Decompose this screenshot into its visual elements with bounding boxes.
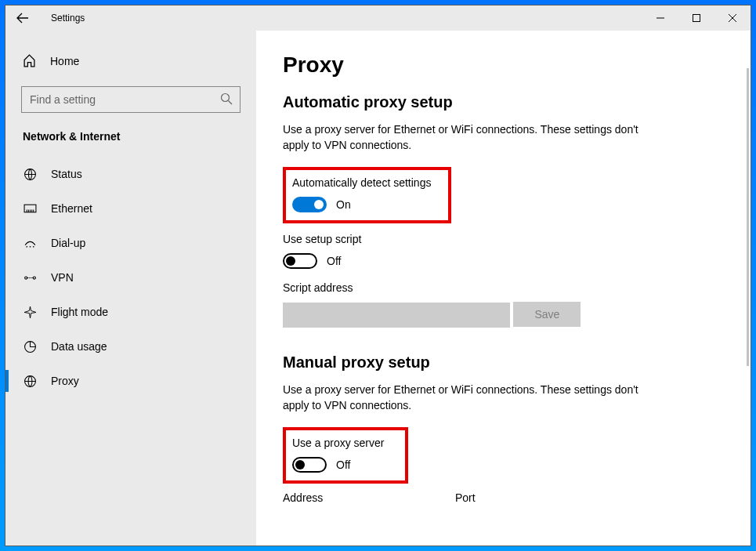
save-button[interactable]: Save — [513, 302, 581, 327]
scrollbar[interactable] — [747, 68, 749, 366]
minimize-icon — [657, 14, 664, 22]
data-usage-icon — [23, 339, 37, 353]
use-proxy-toggle[interactable] — [292, 457, 327, 473]
sidebar-item-proxy[interactable]: Proxy — [5, 364, 256, 398]
sidebar-item-data-usage[interactable]: Data usage — [5, 329, 256, 364]
sidebar-item-dialup[interactable]: Dial-up — [5, 226, 256, 260]
highlight-use-proxy: Use a proxy server Off — [283, 427, 408, 484]
sidebar-item-label: Data usage — [51, 340, 107, 353]
home-icon — [23, 54, 36, 67]
search-icon — [220, 92, 233, 105]
sidebar: Home Network & Internet Status Ethernet … — [5, 31, 256, 546]
svg-point-1 — [222, 94, 230, 102]
svg-point-5 — [29, 245, 31, 247]
sidebar-home[interactable]: Home — [5, 46, 256, 75]
maximize-button[interactable] — [678, 5, 714, 31]
sidebar-item-vpn[interactable]: VPN — [5, 260, 256, 295]
dialup-icon — [23, 236, 37, 250]
sidebar-home-label: Home — [50, 55, 79, 67]
use-proxy-state: Off — [336, 459, 350, 471]
sidebar-item-label: Proxy — [51, 375, 79, 387]
airplane-icon — [23, 305, 37, 319]
svg-rect-0 — [693, 15, 700, 22]
main-content: Proxy Automatic proxy setup Use a proxy … — [256, 31, 751, 546]
manual-section-heading: Manual proxy setup — [283, 353, 719, 372]
ethernet-icon — [23, 201, 37, 216]
manual-section-desc: Use a proxy server for Ethernet or WiFi … — [283, 382, 643, 413]
sidebar-item-flight-mode[interactable]: Flight mode — [5, 295, 256, 329]
auto-detect-label: Automatically detect settings — [292, 176, 440, 189]
minimize-button[interactable] — [642, 5, 678, 31]
desktop-background: Settings Home Network & Internet Status — [0, 0, 756, 551]
script-address-label: Script address — [283, 281, 719, 294]
use-proxy-label: Use a proxy server — [292, 437, 397, 449]
page-title: Proxy — [283, 53, 719, 78]
sidebar-item-label: Flight mode — [51, 306, 108, 318]
vpn-icon — [23, 270, 37, 285]
svg-point-8 — [33, 276, 35, 278]
close-button[interactable] — [714, 5, 751, 31]
app-title: Settings — [51, 13, 85, 24]
sidebar-item-label: Status — [51, 168, 82, 180]
auto-detect-state: On — [336, 198, 351, 211]
sidebar-item-label: VPN — [51, 271, 74, 284]
port-label: Port — [455, 491, 476, 504]
svg-point-4 — [26, 245, 27, 247]
setup-script-label: Use setup script — [283, 233, 719, 245]
sidebar-item-label: Ethernet — [51, 202, 92, 215]
highlight-auto-detect: Automatically detect settings On — [283, 167, 451, 223]
svg-point-6 — [32, 245, 34, 247]
status-icon — [23, 167, 37, 181]
sidebar-category: Network & Internet — [5, 130, 256, 157]
auto-section-heading: Automatic proxy setup — [283, 93, 719, 111]
search-input[interactable] — [21, 86, 241, 113]
auto-detect-toggle[interactable] — [292, 197, 327, 212]
settings-window: Settings Home Network & Internet Status — [5, 5, 751, 546]
sidebar-item-status[interactable]: Status — [5, 157, 256, 191]
proxy-icon — [23, 374, 37, 388]
sidebar-item-ethernet[interactable]: Ethernet — [5, 191, 256, 226]
close-icon — [729, 14, 736, 22]
back-button[interactable] — [10, 5, 35, 31]
setup-script-state: Off — [327, 255, 341, 267]
address-label: Address — [283, 491, 424, 504]
setup-script-toggle[interactable] — [283, 253, 317, 269]
svg-point-7 — [24, 276, 27, 278]
auto-section-desc: Use a proxy server for Ethernet or WiFi … — [283, 122, 643, 153]
titlebar: Settings — [5, 5, 751, 31]
sidebar-item-label: Dial-up — [51, 237, 85, 249]
arrow-left-icon — [16, 12, 29, 24]
maximize-icon — [693, 14, 700, 22]
script-address-input[interactable] — [283, 303, 510, 328]
